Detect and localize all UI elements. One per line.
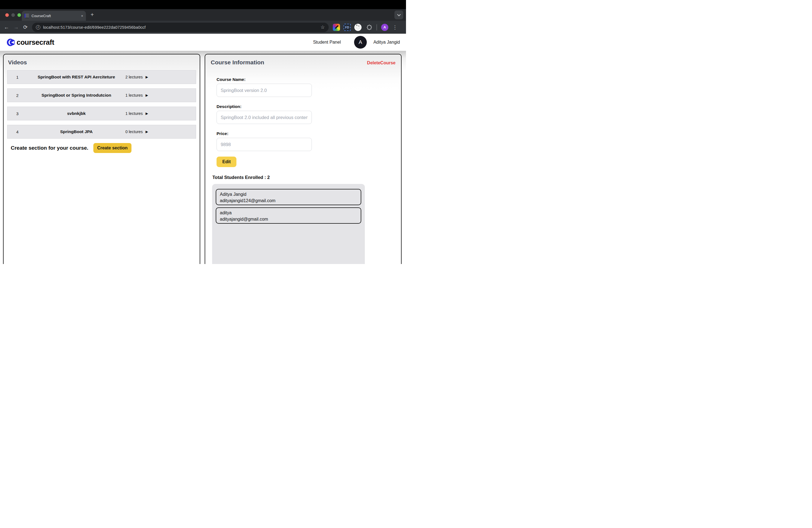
course-info-header: Course Information DeleteCourse: [211, 59, 395, 66]
student-name: Aditya Jangid: [220, 191, 361, 197]
videos-title: Videos: [8, 59, 200, 66]
section-index: 2: [8, 93, 27, 98]
extensions-puzzle-icon[interactable]: [365, 24, 372, 31]
reload-icon[interactable]: ⟳: [23, 24, 28, 30]
section-lecture-count: 1 lectures: [126, 93, 143, 98]
url-text[interactable]: localhost:5173/course-edit/699ee222da072…: [43, 25, 321, 30]
section-meta: 2 lectures ▶: [126, 75, 196, 79]
extensions-row: FD: [333, 24, 372, 31]
user-avatar[interactable]: A: [354, 36, 367, 48]
window-zoom-button[interactable]: [17, 13, 21, 17]
price-input[interactable]: [217, 138, 312, 151]
section-list: 1 SpringBoot with REST API Aerciteture 2…: [4, 70, 200, 138]
price-label: Price:: [217, 131, 401, 136]
course-form: Course Name: Description: Price:: [217, 77, 401, 151]
spiral-icon: [354, 24, 362, 31]
expand-arrow-icon[interactable]: ▶: [146, 112, 148, 115]
videos-panel: Videos 1 SpringBoot with REST API Aercit…: [3, 54, 200, 264]
section-row[interactable]: 4 SpringBoot JPA 0 lectures ▶: [7, 125, 196, 138]
delete-course-button[interactable]: DeleteCourse: [367, 60, 395, 65]
section-index: 1: [8, 75, 27, 79]
tab-title: CourseCraft: [31, 14, 78, 18]
student-email: adityajangid124@gmail.com: [220, 197, 361, 204]
section-row[interactable]: 2 SpringBoot or Spring Introdutcion 1 le…: [7, 88, 196, 102]
course-info-panel: Course Information DeleteCourse Course N…: [205, 54, 402, 264]
section-meta: 1 lectures ▶: [126, 111, 196, 116]
browser-tab-strip: CourseCraft × +: [0, 9, 406, 21]
section-row[interactable]: 1 SpringBoot with REST API Aerciteture 2…: [7, 70, 196, 84]
window-close-button[interactable]: [5, 13, 9, 17]
eyedropper-icon: [334, 25, 339, 30]
create-section-prompt: Create section for your course.: [11, 145, 88, 151]
section-lecture-count: 2 lectures: [126, 75, 143, 79]
edit-button[interactable]: Edit: [217, 157, 236, 167]
section-title: svbnkjbk: [27, 111, 126, 116]
macos-menubar: [0, 0, 406, 9]
color-picker-extension-icon[interactable]: [333, 24, 340, 31]
bookmark-star-icon[interactable]: ☆: [321, 24, 325, 30]
spiral-extension-icon[interactable]: [354, 24, 362, 31]
forward-icon: →: [14, 24, 19, 30]
section-title: SpringBoot or Spring Introdutcion: [27, 93, 126, 98]
site-header: coursecraft Student Panel A Aditya Jangi…: [0, 34, 406, 51]
logo-text: coursecraft: [17, 38, 54, 47]
tab-close-icon[interactable]: ×: [81, 14, 83, 18]
student-name: aditya: [220, 210, 361, 216]
user-name: Aditya Jangid: [373, 40, 400, 45]
window-minimize-button[interactable]: [11, 13, 15, 17]
student-card: aditya adityajangid@gmail.com: [216, 207, 361, 224]
fd-extension-icon[interactable]: FD: [344, 24, 351, 31]
student-panel-link[interactable]: Student Panel: [313, 40, 341, 45]
new-tab-button[interactable]: +: [91, 12, 94, 17]
coursecraft-logo-icon: [6, 38, 15, 47]
course-name-field: Course Name:: [217, 77, 401, 97]
expand-arrow-icon[interactable]: ▶: [146, 130, 148, 134]
section-lecture-count: 1 lectures: [126, 111, 143, 116]
address-bar[interactable]: i localhost:5173/course-edit/699ee222da0…: [32, 23, 329, 32]
tab-favicon-icon: [25, 14, 29, 18]
coursecraft-logo[interactable]: coursecraft: [6, 38, 54, 47]
section-meta: 0 lectures ▶: [126, 130, 196, 134]
toolbar-divider: [376, 24, 377, 30]
window-controls: [5, 13, 21, 17]
puzzle-icon: [366, 24, 372, 30]
student-card: Aditya Jangid adityajangid124@gmail.com: [216, 189, 361, 205]
section-title: SpringBoot JPA: [27, 129, 126, 134]
expand-arrow-icon[interactable]: ▶: [146, 93, 148, 97]
section-title: SpringBoot with REST API Aerciteture: [27, 75, 126, 79]
tab-search-button[interactable]: [394, 11, 403, 19]
header-right: Student Panel A Aditya Jangid: [313, 36, 400, 48]
back-icon[interactable]: ←: [4, 24, 9, 30]
student-email: adityajangid@gmail.com: [220, 216, 361, 222]
expand-arrow-icon[interactable]: ▶: [146, 75, 148, 79]
main-content: Videos 1 SpringBoot with REST API Aercit…: [0, 51, 406, 264]
create-section-row: Create section for your course. Create s…: [11, 143, 200, 153]
browser-toolbar: ← → ⟳ i localhost:5173/course-edit/699ee…: [0, 21, 406, 34]
course-info-title: Course Information: [211, 59, 264, 66]
chevron-down-icon: [397, 13, 401, 16]
create-section-button[interactable]: Create section: [93, 143, 131, 153]
course-name-label: Course Name:: [217, 77, 401, 82]
description-input[interactable]: [217, 111, 312, 124]
price-field: Price:: [217, 131, 401, 151]
browser-menu-icon[interactable]: ⋮: [392, 24, 397, 30]
browser-tab[interactable]: CourseCraft ×: [22, 11, 86, 21]
section-lecture-count: 0 lectures: [126, 130, 143, 134]
browser-profile-avatar[interactable]: A: [381, 24, 388, 31]
students-box: Aditya Jangid adityajangid124@gmail.com …: [212, 184, 365, 264]
course-name-input[interactable]: [217, 84, 312, 97]
description-label: Description:: [217, 104, 401, 109]
description-field: Description:: [217, 104, 401, 124]
section-row[interactable]: 3 svbnkjbk 1 lectures ▶: [7, 107, 196, 120]
enrolled-heading: Total Students Enrolled : 2: [213, 175, 401, 180]
section-index: 3: [8, 111, 27, 116]
section-index: 4: [8, 130, 27, 134]
site-info-icon[interactable]: i: [36, 25, 40, 30]
section-meta: 1 lectures ▶: [126, 93, 196, 98]
